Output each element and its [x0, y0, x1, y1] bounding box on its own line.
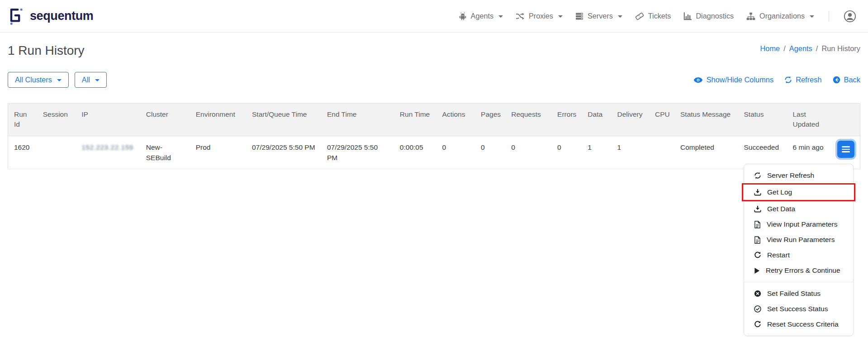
nav-item-servers[interactable]: Servers [575, 12, 622, 20]
col-delivery: Delivery [612, 104, 650, 136]
redo-icon [754, 252, 761, 259]
menu-item-view-run-parameters[interactable]: View Run Parameters [744, 232, 853, 247]
col-last-updated: Last Updated [787, 104, 831, 136]
table-header-row: Run Id Session IP Cluster Environment St… [8, 104, 860, 136]
nav-item-agents[interactable]: Agents [459, 12, 503, 20]
top-navbar: sequentum Agents [0, 0, 868, 33]
menu-item-set-failed-status[interactable]: Set Failed Status [744, 286, 853, 301]
back-label: Back [844, 76, 860, 84]
refresh-icon [754, 172, 761, 179]
cell-ip: 152.223.22.159 [76, 136, 141, 169]
chevron-down-icon [618, 15, 622, 18]
nav-item-proxies[interactable]: Proxies [516, 12, 563, 20]
breadcrumb-separator: / [783, 44, 786, 53]
col-environment: Environment [190, 104, 247, 136]
breadcrumb-current: Run History [821, 44, 860, 53]
menu-item-server-refresh[interactable]: Server Refresh [744, 168, 853, 183]
col-session: Session [38, 104, 76, 136]
check-circle-icon [754, 305, 761, 313]
breadcrumb-agents[interactable]: Agents [789, 44, 812, 53]
breadcrumb-home[interactable]: Home [760, 44, 780, 53]
col-status-message: Status Message [675, 104, 739, 136]
table-actions: Show/Hide Columns Refresh [693, 76, 860, 84]
nav-label-diagnostics: Diagnostics [696, 12, 734, 20]
cell-pages: 0 [475, 136, 506, 169]
menu-item-set-success-status[interactable]: Set Success Status [744, 301, 853, 317]
col-errors: Errors [552, 104, 582, 136]
col-actions: Actions [437, 104, 476, 136]
row-actions-menu-button[interactable] [837, 141, 854, 158]
cell-delivery: 1 [612, 136, 650, 169]
brand-name: sequentum [30, 9, 93, 23]
menu-item-view-input-parameters[interactable]: View Input Parameters [744, 217, 853, 232]
sitemap-icon [746, 12, 755, 20]
col-ip: IP [76, 104, 141, 136]
nav-label-proxies: Proxies [529, 12, 553, 20]
show-hide-columns-link[interactable]: Show/Hide Columns [693, 76, 774, 84]
cell-run-id: 1620 [8, 136, 38, 169]
cluster-filter-dropdown[interactable]: All Clusters [8, 72, 69, 88]
file-icon [754, 236, 761, 244]
col-data: Data [582, 104, 612, 136]
col-status: Status [739, 104, 787, 136]
cell-end-time: 07/29/2025 5:50 PM [322, 136, 394, 169]
col-start-queue-time: Start/Queue Time [247, 104, 322, 136]
user-avatar[interactable] [844, 10, 856, 23]
breadcrumb-separator: / [816, 44, 818, 53]
user-circle-icon [844, 10, 856, 23]
times-circle-icon [754, 290, 761, 297]
back-link[interactable]: Back [833, 76, 860, 84]
nav-label-tickets: Tickets [648, 12, 671, 20]
menu-item-restart[interactable]: Restart [744, 247, 853, 263]
refresh-link[interactable]: Refresh [784, 76, 821, 84]
menu-divider [744, 282, 853, 282]
nav-item-diagnostics[interactable]: Diagnostics [683, 12, 734, 20]
cell-cluster: New-SEBuild [141, 136, 190, 169]
android-icon [459, 12, 467, 20]
redacted-ip: 152.223.22.159 [81, 143, 133, 151]
menu-label: Reset Success Criteria [767, 320, 839, 328]
cell-run-time: 0:00:05 [394, 136, 437, 169]
ticket-icon [635, 12, 644, 20]
menu-label: Get Data [767, 205, 795, 213]
run-history-screen: sequentum Agents [0, 0, 868, 337]
col-cluster: Cluster [141, 104, 190, 136]
cell-actions: 0 [437, 136, 476, 169]
cell-cpu [650, 136, 675, 169]
menu-item-retry-errors-continue[interactable]: Retry Errors & Continue [744, 263, 853, 278]
play-icon [754, 267, 760, 274]
chart-bar-icon [683, 12, 692, 20]
nav-item-tickets[interactable]: Tickets [635, 12, 671, 20]
nav-label-organizations: Organizations [759, 12, 805, 20]
nav-item-organizations[interactable]: Organizations [746, 12, 814, 20]
col-cpu: CPU [650, 104, 675, 136]
refresh-icon [784, 76, 792, 84]
status-filter-dropdown[interactable]: All [75, 72, 107, 88]
col-run-time: Run Time [394, 104, 437, 136]
refresh-label: Refresh [796, 76, 821, 84]
cell-errors: 0 [552, 136, 582, 169]
page-title: 1 Run History [8, 43, 860, 58]
run-history-table: Run Id Session IP Cluster Environment St… [8, 103, 860, 169]
status-filter-label: All [82, 76, 90, 84]
menu-label: Server Refresh [767, 171, 814, 180]
download-icon [754, 189, 761, 196]
chevron-down-icon [558, 15, 563, 18]
cell-requests: 0 [506, 136, 552, 169]
col-run-id: Run Id [8, 104, 38, 136]
chevron-down-icon [95, 79, 100, 81]
cluster-filter-label: All Clusters [15, 76, 52, 84]
shuffle-icon [516, 13, 525, 20]
back-circle-icon [833, 76, 840, 84]
menu-item-reset-success-criteria[interactable]: Reset Success Criteria [744, 317, 853, 332]
sequentum-logo-icon [9, 7, 25, 25]
menu-item-get-data[interactable]: Get Data [744, 201, 853, 217]
menu-label: Restart [767, 251, 790, 259]
cell-start-queue-time: 07/29/2025 5:50 PM [247, 136, 322, 169]
show-hide-columns-label: Show/Hide Columns [707, 76, 774, 84]
menu-item-get-log[interactable]: Get Log [744, 185, 853, 200]
col-end-time: End Time [322, 104, 394, 136]
col-pages: Pages [475, 104, 506, 136]
menu-label: Get Log [767, 188, 792, 196]
brand[interactable]: sequentum [9, 7, 93, 25]
